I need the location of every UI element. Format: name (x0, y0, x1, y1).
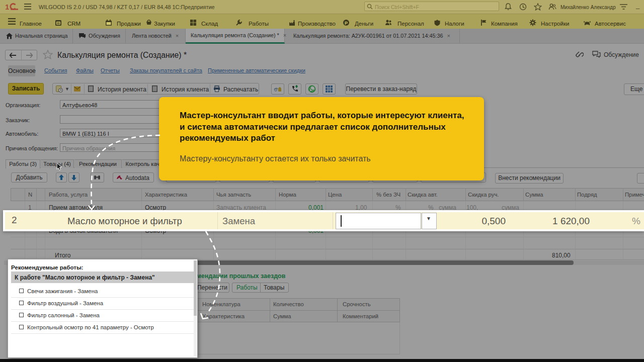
svg-text:1: 1 (5, 3, 9, 11)
svg-text:Р: Р (345, 21, 348, 26)
